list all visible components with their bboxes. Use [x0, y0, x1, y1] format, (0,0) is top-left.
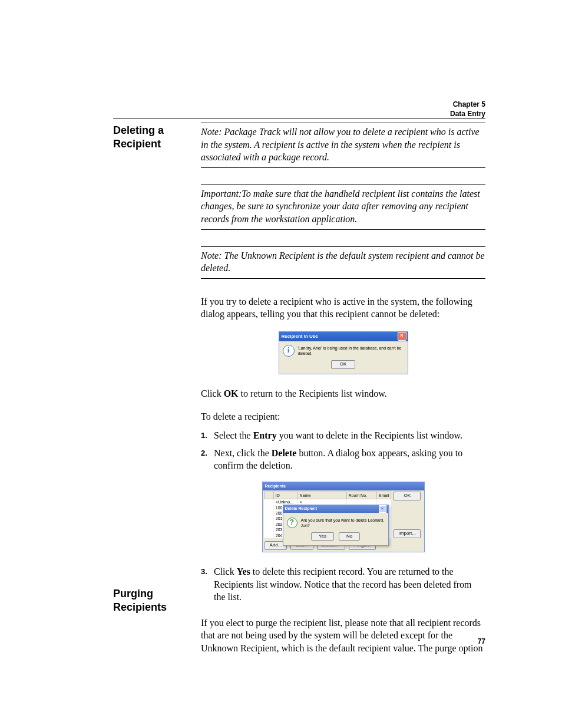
- confirm-message: Are you sure that you want to delete Leo…: [301, 518, 385, 529]
- ok-button[interactable]: OK: [331, 360, 356, 369]
- body-column: Note: Package Track will not allow you t…: [201, 123, 485, 666]
- no-button[interactable]: No: [339, 532, 360, 541]
- info-icon: i: [283, 345, 295, 357]
- page-number: 77: [478, 637, 485, 645]
- to-delete-paragraph: To delete a recipient:: [201, 410, 485, 423]
- dialog-recipients: Recipients ID Name Room No. Email <Unkno…: [262, 482, 425, 552]
- dialog1-title: Recipient In Use: [282, 334, 318, 340]
- dialog2-title: Recipients: [265, 483, 286, 489]
- page: Chapter 5 Data Entry Deleting a Recipien…: [0, 0, 562, 728]
- confirm-title: Delete Recipient: [285, 506, 317, 511]
- import-button[interactable]: Import...: [394, 529, 421, 538]
- close-icon[interactable]: ×: [398, 332, 406, 341]
- close-icon[interactable]: ×: [379, 505, 386, 513]
- ok-button[interactable]: OK: [394, 492, 421, 500]
- figure-recipient-in-use: Recipient In Use × i 'Landry, Ariel' is …: [201, 331, 485, 374]
- col-id[interactable]: ID: [273, 492, 297, 499]
- col-name[interactable]: Name: [297, 492, 346, 499]
- yes-button[interactable]: Yes: [311, 532, 334, 541]
- steps-list-3: 3. Click Yes to delete this recipient re…: [201, 565, 485, 604]
- section-heading-purging: Purging Recipients: [113, 587, 190, 614]
- chapter-label: Chapter 5: [450, 100, 485, 110]
- col-blank[interactable]: [264, 492, 273, 499]
- figure-recipients-window: Recipients ID Name Room No. Email <Unkno…: [201, 482, 485, 552]
- important-block: Important:To make sure that the handheld…: [201, 185, 485, 230]
- dialog-delete-recipient: Delete Recipient × ? Are you sure that y…: [283, 505, 389, 546]
- col-room[interactable]: Room No.: [346, 492, 376, 499]
- dialog2-titlebar: Recipients: [263, 482, 424, 490]
- click-ok-paragraph: Click OK to return to the Recipients lis…: [201, 387, 485, 400]
- steps-list: 1. Select the Entry you want to delete i…: [201, 429, 485, 472]
- dialog1-message: 'Landry, Ariel' is being used in the dat…: [298, 345, 404, 357]
- section-label: Data Entry: [450, 110, 485, 119]
- dialog-recipient-in-use: Recipient In Use × i 'Landry, Ariel' is …: [279, 331, 408, 374]
- step-1: 1. Select the Entry you want to delete i…: [201, 429, 485, 442]
- note-block-2: Note: The Unknown Recipient is the defau…: [201, 246, 485, 279]
- section-heading-deleting: Deleting a Recipient: [113, 124, 190, 150]
- col-email[interactable]: Email: [376, 492, 391, 499]
- purging-paragraph: If you elect to purge the recipient list…: [201, 617, 485, 655]
- step-3: 3. Click Yes to delete this recipient re…: [201, 565, 485, 604]
- intro-paragraph: If you try to delete a recipient who is …: [201, 295, 485, 321]
- note-block-1: Note: Package Track will not allow you t…: [201, 123, 485, 168]
- question-icon: ?: [287, 518, 297, 528]
- page-header: Chapter 5 Data Entry: [450, 100, 485, 118]
- step-2: 2. Next, click the Delete button. A dial…: [201, 447, 485, 472]
- header-rule: [113, 118, 485, 118]
- dialog1-titlebar: Recipient In Use ×: [279, 332, 408, 341]
